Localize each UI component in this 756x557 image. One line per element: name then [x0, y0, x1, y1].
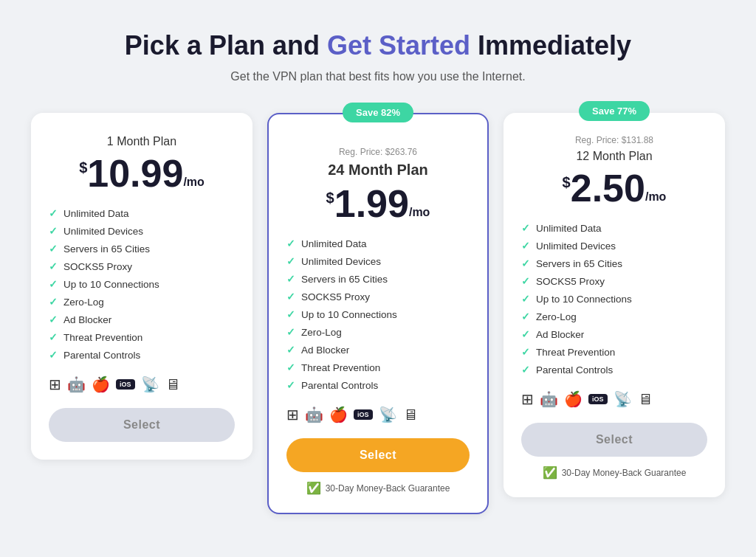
- plan-name-1month: 1 Month Plan: [49, 135, 235, 148]
- feature-text: Zero-Log: [63, 297, 104, 308]
- android-icon: 🤖: [67, 376, 86, 393]
- price-dollar-24month: $: [326, 190, 334, 205]
- select-button-24month[interactable]: Select: [286, 438, 470, 472]
- feature-text: Threat Prevention: [536, 347, 615, 358]
- feature-item: ✓ Zero-Log: [286, 326, 470, 338]
- feature-text: Servers in 65 Cities: [301, 274, 388, 285]
- feature-item: ✓ Unlimited Devices: [49, 225, 235, 237]
- feature-item: ✓ Parental Controls: [49, 349, 235, 361]
- plan-card-12month: Save 77%Reg. Price: $131.8812 Month Plan…: [504, 113, 725, 497]
- feature-text: Unlimited Devices: [536, 241, 616, 252]
- ios-icon: iOS: [588, 394, 608, 404]
- money-back-12month: ✅ 30-Day Money-Back Guarantee: [521, 466, 707, 480]
- windows-icon: ⊞: [286, 406, 299, 423]
- price-row-24month: $ 1.99 /mo: [286, 184, 470, 223]
- feature-item: ✓ Ad Blocker: [49, 314, 235, 325]
- money-back-24month: ✅ 30-Day Money-Back Guarantee: [286, 481, 470, 495]
- apple-icon: 🍎: [92, 376, 110, 393]
- android-icon: 🤖: [540, 390, 558, 408]
- plan-name-12month: 12 Month Plan: [521, 150, 707, 163]
- price-mo-24month: /mo: [409, 207, 430, 218]
- router-icon: 📡: [141, 376, 159, 393]
- feature-item: ✓ Servers in 65 Cities: [286, 273, 470, 285]
- ios-icon: iOS: [354, 409, 373, 420]
- check-icon: ✓: [49, 314, 58, 325]
- check-icon: ✓: [286, 238, 295, 249]
- check-icon: ✓: [49, 225, 58, 237]
- price-mo-12month: /mo: [645, 191, 666, 203]
- feature-item: ✓ SOCKS5 Proxy: [286, 291, 470, 302]
- money-back-icon: ✅: [306, 481, 321, 495]
- reg-price-12month: Reg. Price: $131.88: [521, 135, 707, 145]
- plan-name-24month: 24 Month Plan: [286, 162, 470, 179]
- check-icon: ✓: [286, 361, 295, 373]
- feature-item: ✓ SOCKS5 Proxy: [521, 275, 707, 287]
- feature-text: SOCKS5 Proxy: [301, 291, 370, 302]
- check-icon: ✓: [521, 222, 530, 234]
- check-icon: ✓: [521, 346, 530, 358]
- feature-item: ✓ Servers in 65 Cities: [521, 257, 707, 269]
- feature-item: ✓ Threat Prevention: [521, 346, 707, 358]
- feature-text: SOCKS5 Proxy: [63, 261, 132, 272]
- title-part2: Immediately: [470, 30, 631, 60]
- router-icon: 📡: [614, 390, 632, 408]
- feature-item: ✓ SOCKS5 Proxy: [49, 260, 235, 272]
- feature-item: ✓ Up to 10 Connections: [286, 308, 470, 320]
- feature-item: ✓ Parental Controls: [521, 364, 707, 376]
- plans-container: 1 Month Plan $ 10.99 /mo ✓ Unlimited Dat…: [16, 113, 740, 514]
- check-icon: ✓: [286, 255, 295, 267]
- price-mo-1month: /mo: [183, 176, 204, 188]
- platform-icons-24month: ⊞ 🤖 🍎 iOS 📡 🖥: [286, 406, 470, 423]
- feature-text: Unlimited Devices: [63, 226, 143, 237]
- feature-item: ✓ Threat Prevention: [286, 361, 470, 373]
- money-back-text: 30-Day Money-Back Guarantee: [326, 483, 450, 494]
- title-highlight: Get Started: [327, 30, 470, 60]
- platform-icons-12month: ⊞ 🤖 🍎 iOS 📡 🖥: [521, 390, 707, 408]
- save-badge-24month: Save 82%: [343, 103, 413, 122]
- check-icon: ✓: [521, 293, 530, 305]
- platform-icons-1month: ⊞ 🤖 🍎 iOS 📡 🖥: [49, 376, 235, 393]
- feature-text: Ad Blocker: [536, 329, 584, 340]
- check-icon: ✓: [49, 243, 58, 255]
- page-subtitle: Get the VPN plan that best fits how you …: [230, 70, 525, 83]
- feature-item: ✓ Up to 10 Connections: [49, 278, 235, 290]
- feature-item: ✓ Ad Blocker: [286, 344, 470, 356]
- feature-item: ✓ Parental Controls: [286, 379, 470, 391]
- feature-text: Servers in 65 Cities: [63, 243, 150, 255]
- feature-item: ✓ Unlimited Data: [49, 207, 235, 219]
- check-icon: ✓: [49, 296, 58, 308]
- router-icon: 📡: [379, 406, 397, 423]
- check-icon: ✓: [286, 326, 295, 338]
- check-icon: ✓: [286, 291, 295, 302]
- feature-text: Ad Blocker: [301, 345, 349, 356]
- check-icon: ✓: [521, 240, 530, 252]
- reg-price-24month: Reg. Price: $263.76: [286, 147, 470, 157]
- price-row-1month: $ 10.99 /mo: [49, 154, 235, 193]
- check-icon: ✓: [49, 278, 58, 290]
- windows-icon: ⊞: [521, 390, 534, 408]
- title-part1: Pick a Plan and: [125, 30, 327, 60]
- ios-icon: iOS: [116, 379, 135, 390]
- feature-text: Zero-Log: [536, 311, 577, 322]
- check-icon: ✓: [49, 331, 58, 343]
- feature-item: ✓ Zero-Log: [49, 296, 235, 308]
- select-button-12month[interactable]: Select: [521, 423, 707, 457]
- feature-item: ✓ Zero-Log: [521, 311, 707, 322]
- feature-text: Zero-Log: [301, 327, 342, 338]
- linux-icon: 🖥: [638, 391, 653, 408]
- feature-text: Parental Controls: [536, 364, 613, 376]
- money-back-icon: ✅: [543, 466, 557, 480]
- feature-text: Unlimited Devices: [301, 256, 381, 267]
- plan-card-1month: 1 Month Plan $ 10.99 /mo ✓ Unlimited Dat…: [31, 113, 252, 460]
- check-icon: ✓: [521, 328, 530, 340]
- money-back-text: 30-Day Money-Back Guarantee: [562, 468, 687, 478]
- price-amount-12month: 2.50: [571, 169, 645, 207]
- feature-text: Up to 10 Connections: [63, 279, 159, 290]
- feature-text: Parental Controls: [301, 380, 378, 391]
- feature-text: Up to 10 Connections: [301, 309, 397, 320]
- feature-text: SOCKS5 Proxy: [536, 276, 605, 287]
- feature-item: ✓ Up to 10 Connections: [521, 293, 707, 305]
- windows-icon: ⊞: [49, 376, 61, 393]
- feature-item: ✓ Unlimited Devices: [286, 255, 470, 267]
- select-button-1month[interactable]: Select: [49, 408, 235, 442]
